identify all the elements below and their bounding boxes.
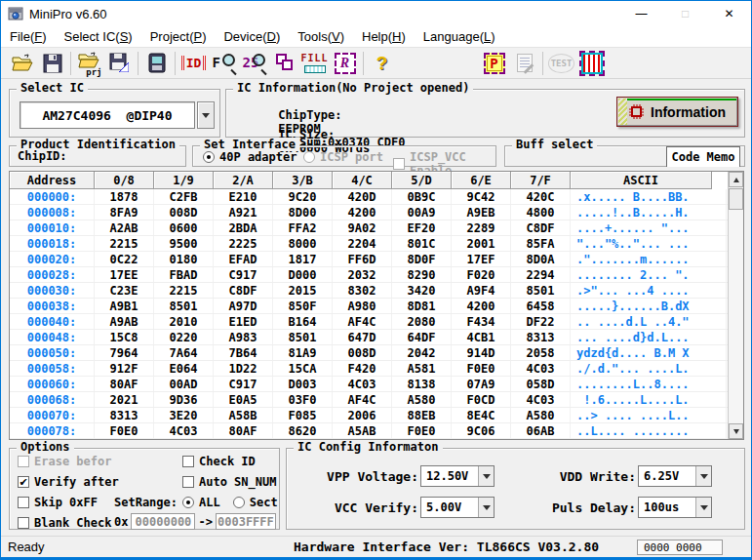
ascii-cell[interactable]: ..L.... ........ [571, 423, 727, 438]
hex-address-cell[interactable]: 000070: [10, 408, 95, 422]
range-sect-radio[interactable] [233, 497, 245, 508]
goto-address-button[interactable]: 25 [239, 50, 269, 77]
hex-address-cell[interactable]: 000048: [10, 330, 95, 344]
hex-cell[interactable]: 8E4C [452, 408, 511, 422]
ascii-cell[interactable]: ..> .... ....L.. [571, 408, 727, 422]
hex-cell[interactable]: 2294 [511, 267, 571, 282]
scroll-down-button[interactable] [729, 423, 743, 439]
vdd-dropdown-button[interactable] [695, 466, 711, 486]
hex-cell[interactable]: 3420 [392, 283, 452, 298]
hex-cell[interactable]: 8501 [273, 330, 333, 344]
help-button[interactable]: ? [367, 50, 397, 77]
adapter-radio-option[interactable]: 40P adapter [203, 150, 297, 164]
hex-cell[interactable]: 80AF [95, 377, 154, 391]
hex-cell[interactable]: 64DF [392, 330, 452, 344]
hex-address-cell[interactable]: 000018: [10, 236, 95, 251]
hex-cell[interactable]: 008D [333, 345, 392, 360]
hex-cell[interactable]: C8DF [511, 220, 571, 235]
hex-cell[interactable]: 3E20 [154, 408, 214, 422]
hex-cell[interactable]: F0CD [452, 392, 511, 407]
hex-cell[interactable]: 8D0F [392, 252, 452, 266]
hex-cell[interactable]: 8138 [392, 377, 452, 391]
hex-cell[interactable]: 15C8 [95, 330, 154, 344]
maximize-button[interactable]: □ [663, 1, 707, 26]
hex-cell[interactable]: 914D [452, 345, 511, 360]
ascii-cell[interactable]: .....}......B.dX [571, 299, 727, 313]
hex-address-cell[interactable]: 000040: [10, 314, 95, 329]
menu-item-help[interactable]: Help(H) [353, 29, 415, 44]
hex-cell[interactable]: 1817 [273, 252, 333, 266]
hex-cell[interactable]: A58B [214, 408, 273, 422]
hex-cell[interactable]: 7964 [95, 345, 154, 360]
hex-cell[interactable]: 420D [333, 189, 392, 204]
vertical-scrollbar[interactable] [728, 172, 743, 439]
ascii-cell[interactable]: .....!..B.....H. [571, 205, 727, 220]
hex-cell[interactable]: 4C03 [511, 392, 571, 407]
hex-cell[interactable]: D003 [273, 377, 333, 391]
hex-cell[interactable]: 6458 [511, 299, 571, 313]
hex-cell[interactable]: FFA2 [273, 220, 333, 235]
hex-cell[interactable]: EFAD [214, 252, 273, 266]
save-button[interactable] [37, 50, 67, 77]
hex-cell[interactable]: 8501 [154, 299, 214, 313]
menu-item-file[interactable]: File(F) [1, 29, 56, 44]
hex-address-cell[interactable]: 000010: [10, 220, 95, 235]
hex-address-cell[interactable]: 000008: [10, 205, 95, 220]
hex-cell[interactable]: F085 [273, 408, 333, 422]
hex-cell[interactable]: F420 [333, 361, 392, 376]
close-button[interactable]: ✕ [707, 1, 751, 26]
hex-cell[interactable]: E064 [154, 361, 214, 376]
column-header[interactable]: 1/9 [154, 172, 214, 189]
hex-cell[interactable]: 7A64 [154, 345, 214, 360]
verify-after-checkbox[interactable]: ✔ [18, 476, 29, 488]
hex-cell[interactable]: 88EB [392, 408, 452, 422]
hex-cell[interactable]: 008D [154, 205, 214, 220]
hex-cell[interactable]: A9EB [452, 205, 511, 220]
ascii-cell[interactable]: ydzd{d.... B.M X [571, 345, 727, 360]
hex-cell[interactable]: 9C20 [273, 189, 333, 204]
verify-after-option[interactable]: ✔ Verify after [18, 475, 119, 489]
hex-cell[interactable]: 8620 [273, 423, 333, 438]
selected-ic-value[interactable]: AM27C4096 @DIP40 [20, 101, 195, 129]
hex-cell[interactable]: F0E0 [452, 361, 511, 376]
program-button[interactable]: P [479, 50, 509, 77]
hex-cell[interactable]: 07A9 [452, 377, 511, 391]
hex-cell[interactable]: 2225 [214, 236, 273, 251]
hex-address-cell[interactable]: 000028: [10, 267, 95, 282]
menu-item-tools[interactable]: Tools(V) [289, 29, 353, 44]
test-button[interactable]: TEST [546, 50, 576, 77]
hex-cell[interactable]: 4C03 [333, 377, 392, 391]
hex-cell[interactable]: 2021 [95, 392, 154, 407]
ascii-cell[interactable]: .x..... B....BB. [571, 189, 727, 204]
hex-cell[interactable]: 2042 [392, 345, 452, 360]
hex-cell[interactable]: 2215 [154, 283, 214, 298]
hex-cell[interactable]: 0180 [154, 252, 214, 266]
vcc-verify-select[interactable]: 5.00V [420, 497, 495, 518]
hex-address-cell[interactable]: 000030: [10, 283, 95, 298]
hex-cell[interactable]: 8D81 [392, 299, 452, 313]
puls-dropdown-button[interactable] [695, 498, 711, 517]
open-project-button[interactable]: prj [74, 50, 104, 77]
menu-item-device[interactable]: Device(D) [215, 29, 289, 44]
hex-cell[interactable]: A980 [333, 299, 392, 313]
ascii-cell[interactable]: ........ 2... ". [571, 267, 727, 282]
hex-cell[interactable]: A580 [511, 408, 571, 422]
hex-cell[interactable]: 8313 [511, 330, 571, 344]
hex-cell[interactable]: FBAD [154, 267, 214, 282]
hex-cell[interactable]: A580 [392, 392, 452, 407]
hex-address-cell[interactable]: 000060: [10, 377, 95, 391]
hex-cell[interactable]: DF22 [511, 314, 571, 329]
hex-cell[interactable]: 80AF [214, 423, 273, 438]
hex-cell[interactable]: 2001 [452, 236, 511, 251]
check-id-option[interactable]: Check ID [182, 455, 256, 468]
range-to-input[interactable]: 0003FFFF [216, 513, 276, 530]
select-ic-dropdown-button[interactable] [197, 101, 215, 129]
hex-cell[interactable]: 2058 [511, 345, 571, 360]
hex-cell[interactable]: 03F0 [273, 392, 333, 407]
minimize-button[interactable]: — [619, 1, 663, 26]
hex-cell[interactable]: A921 [214, 205, 273, 220]
information-button[interactable]: Information [616, 97, 738, 127]
hex-address-cell[interactable]: 000020: [10, 252, 95, 266]
skip-0xff-checkbox[interactable] [18, 497, 29, 508]
menu-item-project[interactable]: Project(P) [141, 29, 216, 44]
